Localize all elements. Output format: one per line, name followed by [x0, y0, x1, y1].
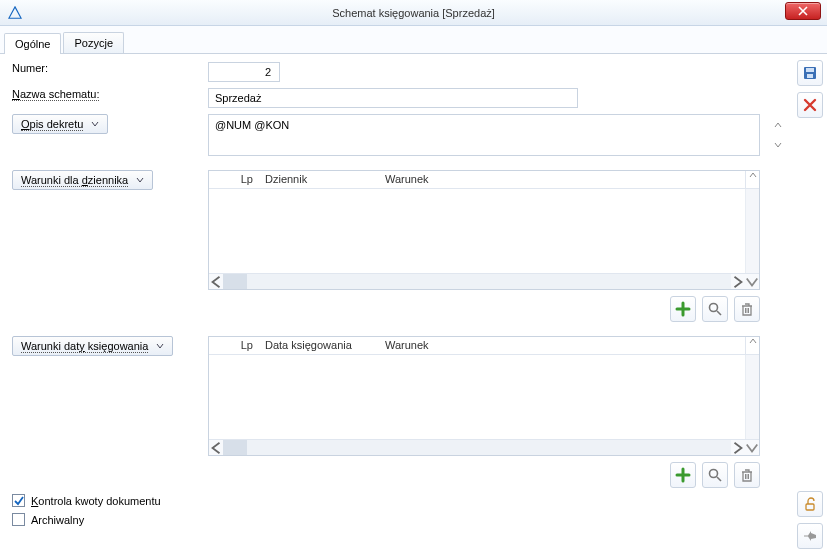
- opis-spin-up[interactable]: [770, 115, 786, 135]
- numer-input[interactable]: [208, 62, 280, 82]
- opis-dekretu-dropdown[interactable]: Opis dekretuOpis dekretu: [12, 114, 108, 134]
- vertical-scrollbar[interactable]: [745, 355, 759, 439]
- chevron-up-icon: [745, 337, 759, 354]
- svg-rect-3: [806, 68, 814, 72]
- chevron-down-icon: [136, 174, 144, 186]
- data-col-lp: Lp: [209, 337, 259, 354]
- warunki-daty-dropdown[interactable]: Warunki daty księgowaniaWarunki daty ksi…: [12, 336, 173, 356]
- data-search-button[interactable]: [702, 462, 728, 488]
- chevron-down-icon: [745, 274, 759, 289]
- chevron-down-icon: [91, 118, 99, 130]
- right-toolbar: [793, 54, 827, 555]
- save-button[interactable]: [797, 60, 823, 86]
- opis-dekretu-textarea[interactable]: @NUM @KON: [208, 114, 760, 156]
- warunki-dziennika-dropdown[interactable]: Warunki dla dziennikaWarunki dla dzienni…: [12, 170, 153, 190]
- vertical-scrollbar[interactable]: [745, 189, 759, 273]
- svg-rect-4: [807, 74, 813, 78]
- chevron-down-icon: [745, 440, 759, 455]
- archiwalny-label: Archiwalny: [31, 514, 84, 526]
- dziennik-col-lp: Lp: [209, 171, 259, 188]
- window-title: Schemat księgowania [Sprzedaż]: [0, 7, 827, 19]
- horizontal-scrollbar[interactable]: [223, 440, 731, 455]
- dziennik-grid: Lp Dziennik Warunek: [208, 170, 760, 290]
- nazwa-input[interactable]: [208, 88, 578, 108]
- numer-label: Numer:: [12, 62, 48, 74]
- scroll-left-button[interactable]: [209, 274, 223, 289]
- svg-point-1: [710, 470, 718, 478]
- chevron-up-icon: [745, 171, 759, 188]
- pin-button[interactable]: [797, 523, 823, 549]
- dziennik-grid-body[interactable]: [209, 189, 759, 273]
- window-close-button[interactable]: [785, 2, 821, 20]
- data-delete-button[interactable]: [734, 462, 760, 488]
- dziennik-delete-button[interactable]: [734, 296, 760, 322]
- svg-rect-5: [806, 504, 814, 510]
- opis-spin-down[interactable]: [770, 135, 786, 155]
- data-grid: Lp Data księgowania Warunek: [208, 336, 760, 456]
- data-col-data: Data księgowania: [259, 337, 379, 354]
- data-col-warunek: Warunek: [379, 337, 435, 354]
- archiwalny-checkbox[interactable]: [12, 513, 25, 526]
- app-logo-icon: [8, 6, 22, 20]
- chevron-down-icon: [156, 340, 164, 352]
- window-titlebar: Schemat księgowania [Sprzedaż]: [0, 0, 827, 26]
- dziennik-add-button[interactable]: [670, 296, 696, 322]
- tab-positions[interactable]: Pozycje: [63, 32, 124, 53]
- scroll-right-button[interactable]: [731, 274, 745, 289]
- nazwa-label: NNazwa schematu:azwa schematu:: [12, 88, 99, 100]
- dziennik-col-warunek: Warunek: [379, 171, 435, 188]
- kontrola-label: Kontrola kwoty dokumentuKontrola kwoty d…: [31, 495, 161, 507]
- delete-button[interactable]: [797, 92, 823, 118]
- scroll-right-button[interactable]: [731, 440, 745, 455]
- data-add-button[interactable]: [670, 462, 696, 488]
- scroll-left-button[interactable]: [209, 440, 223, 455]
- dziennik-col-dziennik: Dziennik: [259, 171, 379, 188]
- dziennik-search-button[interactable]: [702, 296, 728, 322]
- tab-strip: Ogólne Pozycje: [0, 26, 827, 54]
- svg-point-0: [710, 304, 718, 312]
- horizontal-scrollbar[interactable]: [223, 274, 731, 289]
- data-grid-body[interactable]: [209, 355, 759, 439]
- kontrola-checkbox[interactable]: [12, 494, 25, 507]
- unlock-button[interactable]: [797, 491, 823, 517]
- tab-general[interactable]: Ogólne: [4, 33, 61, 54]
